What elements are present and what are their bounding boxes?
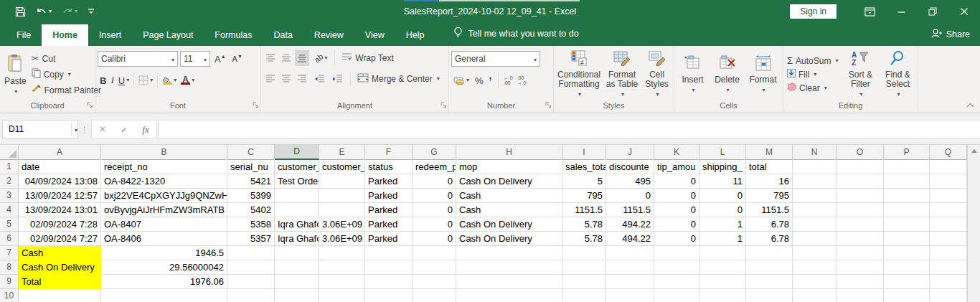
- cell-C8[interactable]: [227, 260, 275, 275]
- cell-O8[interactable]: [837, 260, 884, 275]
- cell-N9[interactable]: [793, 275, 837, 289]
- cell-E9[interactable]: [319, 275, 365, 289]
- cell-O4[interactable]: [837, 203, 884, 217]
- cell-E7[interactable]: [319, 246, 365, 260]
- row-header-1[interactable]: 1: [0, 160, 19, 174]
- cell-E10[interactable]: [319, 289, 365, 302]
- tab-view[interactable]: View: [354, 24, 395, 46]
- cell-N10[interactable]: [793, 289, 837, 302]
- cell-Q1[interactable]: [930, 160, 967, 174]
- cell-K1[interactable]: tip_amou: [654, 160, 699, 174]
- cell-A9[interactable]: Total: [19, 275, 101, 289]
- cell-O1[interactable]: [837, 160, 884, 174]
- align-left-icon[interactable]: [263, 71, 278, 87]
- column-header-K[interactable]: K: [654, 145, 699, 160]
- cell-K8[interactable]: [654, 260, 699, 275]
- cell-P8[interactable]: [884, 260, 930, 275]
- tab-formulas[interactable]: Formulas: [204, 24, 263, 46]
- cell-I5[interactable]: 5.78: [562, 217, 606, 232]
- column-header-E[interactable]: E: [319, 145, 365, 160]
- cell-B10[interactable]: [101, 289, 227, 302]
- cell-D3[interactable]: [275, 189, 319, 203]
- row-header-10[interactable]: 10: [0, 289, 19, 302]
- cell-L7[interactable]: [699, 246, 746, 260]
- cell-G4[interactable]: 0: [413, 203, 456, 217]
- insert-function-icon[interactable]: [135, 123, 156, 136]
- sign-in-button[interactable]: Sign in: [790, 4, 837, 19]
- cell-M3[interactable]: 795: [746, 189, 793, 203]
- cell-O10[interactable]: [837, 289, 884, 302]
- undo-icon[interactable]: [32, 0, 55, 23]
- cell-H4[interactable]: Cash: [456, 203, 562, 217]
- cell-J1[interactable]: discounte: [606, 160, 654, 174]
- row-header-6[interactable]: 6: [0, 232, 19, 246]
- delete-cells-button[interactable]: Delete: [712, 54, 743, 95]
- paste-dropdown-icon[interactable]: [13, 86, 17, 95]
- cell-P10[interactable]: [884, 289, 930, 302]
- cell-N8[interactable]: [793, 260, 837, 275]
- cell-F6[interactable]: Parked: [365, 232, 413, 246]
- cell-F5[interactable]: Parked: [365, 217, 413, 232]
- cell-L3[interactable]: 0: [699, 189, 746, 203]
- column-header-P[interactable]: P: [884, 145, 930, 160]
- tab-help[interactable]: Help: [395, 24, 435, 46]
- cell-Q2[interactable]: [930, 174, 967, 189]
- cell-A1[interactable]: date: [19, 160, 101, 174]
- cell-Q3[interactable]: [930, 189, 967, 203]
- font-dialog-launcher-icon[interactable]: [253, 100, 259, 110]
- cell-E1[interactable]: customer_: [319, 160, 365, 174]
- column-header-J[interactable]: J: [606, 145, 654, 160]
- cell-G2[interactable]: 0: [413, 174, 456, 189]
- cell-I8[interactable]: [562, 260, 606, 275]
- row-header-9[interactable]: 9: [0, 275, 19, 289]
- number-dialog-launcher-icon[interactable]: [545, 100, 552, 110]
- cell-M7[interactable]: [746, 246, 793, 260]
- cell-I2[interactable]: 5: [562, 174, 606, 189]
- cell-B6[interactable]: OA-8406: [101, 232, 227, 246]
- cell-N7[interactable]: [793, 246, 837, 260]
- cell-C5[interactable]: 5358: [227, 217, 275, 232]
- cell-D1[interactable]: customer_: [275, 160, 319, 174]
- column-header-N[interactable]: N: [793, 145, 837, 160]
- formula-bar-resize-handle[interactable]: [78, 123, 91, 136]
- cell-M1[interactable]: total: [746, 160, 793, 174]
- alignment-dialog-launcher-icon[interactable]: [440, 100, 447, 110]
- cell-Q10[interactable]: [930, 289, 967, 302]
- cell-K7[interactable]: [654, 246, 699, 260]
- formula-input[interactable]: [159, 120, 980, 138]
- cell-K6[interactable]: 0: [654, 232, 699, 246]
- row-header-4[interactable]: 4: [0, 203, 19, 217]
- cell-J7[interactable]: [606, 246, 654, 260]
- cell-N1[interactable]: [793, 160, 837, 174]
- column-header-B[interactable]: B: [101, 145, 227, 160]
- minimize-icon[interactable]: [885, 0, 917, 23]
- column-header-O[interactable]: O: [837, 145, 884, 160]
- cell-D4[interactable]: [275, 203, 319, 217]
- cell-E5[interactable]: 3.06E+09: [319, 217, 365, 232]
- cell-N3[interactable]: [793, 189, 837, 203]
- column-header-H[interactable]: H: [456, 145, 562, 160]
- cell-M4[interactable]: 1151.5: [746, 203, 793, 217]
- orientation-icon[interactable]: ab: [312, 50, 329, 66]
- cell-A5[interactable]: 02/09/2024 7:28: [19, 217, 101, 232]
- column-header-A[interactable]: A: [19, 145, 101, 160]
- cut-button[interactable]: Cut: [30, 51, 103, 67]
- cell-H2[interactable]: Cash On Delivery: [456, 174, 562, 189]
- close-icon[interactable]: [948, 0, 980, 23]
- cell-O3[interactable]: [837, 189, 884, 203]
- format-painter-button[interactable]: Format Painter: [30, 82, 103, 98]
- italic-icon[interactable]: [108, 72, 116, 88]
- column-header-I[interactable]: I: [562, 145, 606, 160]
- cell-F2[interactable]: Parked: [365, 174, 413, 189]
- copy-button[interactable]: Copy: [30, 67, 103, 82]
- cell-D10[interactable]: [275, 289, 319, 302]
- cell-styles-button[interactable]: Cell Styles: [642, 49, 672, 100]
- cell-J3[interactable]: 0: [606, 189, 654, 203]
- restore-icon[interactable]: [917, 0, 948, 23]
- cell-F4[interactable]: Parked: [365, 203, 413, 217]
- cell-D6[interactable]: Iqra Ghafo: [275, 232, 319, 246]
- cell-P7[interactable]: [884, 246, 930, 260]
- cell-A10[interactable]: [19, 289, 101, 302]
- cell-Q6[interactable]: [930, 232, 967, 246]
- cell-D5[interactable]: Iqra Ghafo: [275, 217, 319, 232]
